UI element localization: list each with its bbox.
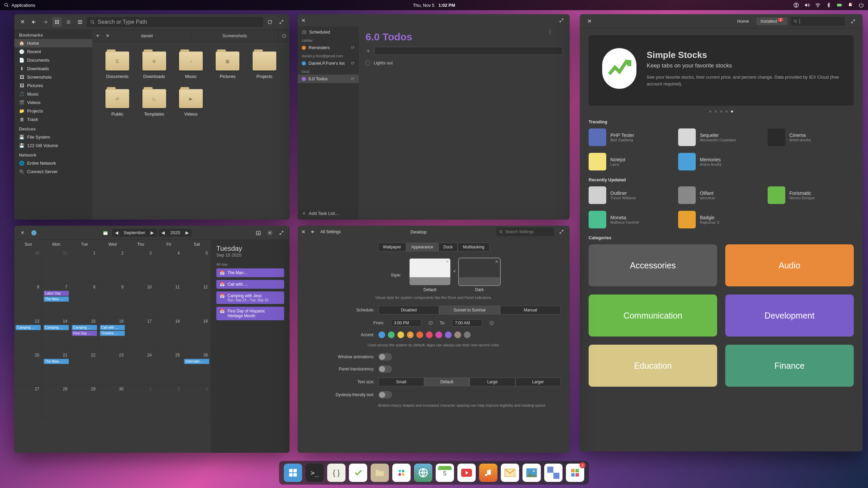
calendar-cell[interactable]: 14Camping … (42, 317, 71, 351)
view-columns-button[interactable] (75, 17, 85, 27)
sidebar-item-music[interactable]: 🎵Music (14, 90, 92, 98)
folder-documents[interactable]: ☰Documents (99, 52, 136, 79)
dock-mail[interactable] (501, 464, 519, 482)
style-default-option[interactable]: ✕ Default (409, 258, 451, 292)
calendar-cell[interactable]: 31 (42, 249, 71, 283)
accent-swatch[interactable] (416, 331, 423, 338)
close-button[interactable]: ✕ (301, 17, 305, 24)
search-icon[interactable] (4, 3, 9, 7)
home-tab[interactable]: Home (733, 17, 753, 25)
textsize-option[interactable]: Default (424, 378, 470, 386)
sidebar-item-documents[interactable]: 📄Documents (14, 56, 92, 64)
calendar-cell[interactable]: 13Camping … (14, 317, 42, 351)
calendar-cell[interactable]: 15Camping …First Day … (71, 317, 99, 351)
accent-swatch[interactable] (426, 331, 433, 338)
add-event-button[interactable] (254, 228, 263, 238)
calendar-cell[interactable]: 3 (183, 385, 211, 419)
folder-pictures[interactable]: ▦Pictures (209, 52, 246, 79)
wifi-icon[interactable] (815, 2, 821, 8)
close-button[interactable]: ✕ (18, 228, 27, 238)
textsize-option[interactable]: Larger (515, 378, 561, 386)
app-item[interactable]: MonetaMatheus Fantinel (589, 211, 675, 228)
calendar-cell[interactable]: 3 (126, 249, 155, 283)
scheduled-item[interactable]: Scheduled (298, 28, 359, 36)
accent-swatch[interactable] (378, 331, 385, 338)
calendar-cell[interactable]: 23 (99, 351, 127, 385)
dyslexia-toggle[interactable] (378, 391, 392, 399)
close-button[interactable]: ✕ (585, 17, 594, 26)
sidebar-network[interactable]: 🌐Entire Network (14, 159, 92, 167)
category-education[interactable]: Education (589, 345, 717, 387)
sidebar-item-trash[interactable]: 🗑Trash (14, 115, 92, 124)
tab-history-button[interactable] (279, 31, 290, 41)
dock-appcenter[interactable]: 2 (566, 464, 584, 482)
todo-item[interactable]: Lights out (366, 59, 563, 67)
bluetooth-icon[interactable] (826, 2, 831, 8)
settings-search-input[interactable]: Search Settings (496, 227, 554, 236)
checkbox[interactable] (366, 61, 370, 65)
dock-files[interactable] (371, 464, 389, 482)
online-accounts-icon[interactable] (29, 228, 39, 238)
sidebar-item-screenshots[interactable]: 🖼Screenshots (14, 73, 92, 81)
translucency-toggle[interactable] (378, 365, 392, 373)
from-time-input[interactable]: 3:00 PM (391, 319, 421, 327)
dock-photos[interactable] (522, 464, 541, 482)
year-next-button[interactable]: ▶ (183, 229, 192, 237)
app-item[interactable]: BadgieRajkumar S (678, 211, 764, 228)
maximize-button[interactable] (848, 17, 858, 26)
accent-swatch[interactable] (445, 331, 452, 338)
notifications-icon[interactable] (848, 2, 853, 8)
calendar-cell[interactable]: 7Labor DayThe New … (42, 283, 71, 317)
calendar-cell[interactable]: 9 (99, 283, 127, 317)
sidebar-item-downloads[interactable]: ⬇Downloads (14, 64, 92, 73)
sidebar-device[interactable]: 💾122 GB Volume (14, 141, 92, 150)
calendar-cell[interactable]: 2 (155, 385, 183, 419)
power-icon[interactable] (859, 2, 864, 8)
textsize-option[interactable]: Large (470, 378, 515, 386)
category-audio[interactable]: Audio (725, 244, 854, 286)
hero-pager[interactable] (589, 110, 854, 113)
all-settings-link[interactable]: All Settings (320, 229, 341, 234)
calendar-cell[interactable]: 4 (155, 249, 183, 283)
style-dark-option[interactable]: ✕✓ Dark (459, 258, 500, 292)
event-item[interactable]: 📅The Man… (216, 268, 284, 277)
calendar-cell[interactable]: 30 (99, 385, 127, 419)
dock-code[interactable]: { } (327, 464, 346, 482)
event-item[interactable]: 📅First Day of Hispanic Heritage Month (216, 307, 284, 320)
dock-settings[interactable] (544, 464, 563, 482)
dock-multitasking[interactable] (284, 464, 302, 482)
maximize-button[interactable] (277, 17, 286, 27)
dock-slack[interactable] (392, 464, 411, 482)
sidebar-item-home[interactable]: 🏠Home (14, 39, 92, 47)
sidebar-item-pictures[interactable]: 🖼Pictures (14, 81, 92, 90)
schedule-option[interactable]: Manual (500, 306, 561, 314)
dock-terminal[interactable]: >_ (305, 464, 324, 482)
folder-templates[interactable]: ◺Templates (136, 89, 172, 117)
app-item[interactable]: CinemaArtem Anufrij (768, 128, 854, 146)
today-button[interactable] (101, 228, 110, 238)
sidebar-item-videos[interactable]: 🎬Videos (14, 98, 92, 107)
dock-tasks[interactable] (349, 464, 367, 482)
menu-button[interactable]: ⋮ (547, 28, 553, 35)
dock-music[interactable] (479, 464, 497, 482)
category-communication[interactable]: Communication (589, 294, 717, 337)
calendar-cell[interactable]: 24 (126, 351, 155, 385)
textsize-option[interactable]: Small (378, 378, 424, 386)
schedule-option[interactable]: Sunset to Sunrise (439, 306, 500, 314)
accent-swatch[interactable] (454, 331, 461, 338)
maximize-button[interactable] (277, 228, 286, 238)
gmail-list[interactable]: Daniel.P.Fore's list⟳ (298, 59, 359, 67)
event-item[interactable]: 📅Camping with JessSun, Sep 13 – Tue, Sep… (216, 291, 284, 304)
new-task-input[interactable] (374, 47, 563, 55)
calendar-cell[interactable]: 1 (126, 385, 155, 419)
folder-downloads[interactable]: ⊕Downloads (136, 52, 172, 79)
forward-button[interactable] (41, 17, 50, 27)
calendar-cell[interactable]: 8 (71, 283, 99, 317)
calendar-cell[interactable]: 28 (42, 385, 71, 419)
tab-daniel[interactable]: ✕daniel (103, 30, 191, 42)
back-button[interactable] (29, 17, 39, 27)
app-item[interactable]: SequelerAlessandro Castellani (678, 128, 764, 146)
calendar-cell[interactable]: 18 (155, 317, 183, 351)
accent-swatch[interactable] (407, 331, 414, 338)
app-item[interactable]: Olifantalexcleac (678, 186, 764, 204)
